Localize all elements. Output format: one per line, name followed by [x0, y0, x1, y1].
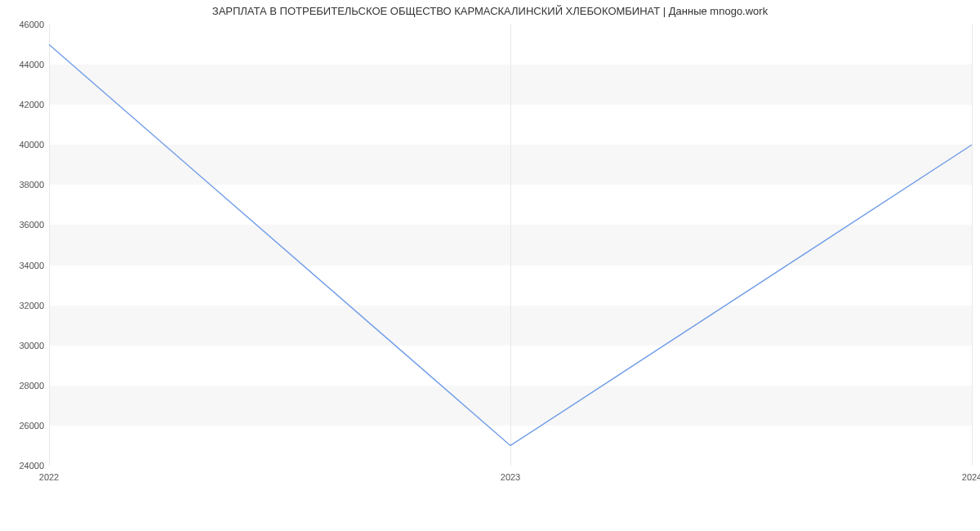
y-tick-label: 42000: [19, 100, 44, 109]
chart-title: ЗАРПЛАТА В ПОТРЕБИТЕЛЬСКОЕ ОБЩЕСТВО КАРМ…: [0, 0, 980, 17]
y-tick-label: 36000: [19, 220, 44, 230]
x-gridline: [972, 25, 973, 466]
x-tick-label: 2024: [962, 472, 980, 482]
x-tick-label: 2022: [39, 472, 59, 482]
series-polyline: [49, 45, 972, 446]
y-tick-label: 32000: [19, 301, 44, 310]
y-tick-label: 40000: [19, 140, 44, 149]
x-tick-label: 2023: [501, 472, 520, 482]
y-tick-label: 38000: [19, 180, 44, 190]
y-tick-label: 34000: [19, 261, 44, 270]
y-tick-label: 26000: [19, 421, 44, 431]
y-tick-label: 24000: [19, 461, 44, 471]
y-tick-label: 28000: [19, 381, 44, 390]
salary-line-chart: ЗАРПЛАТА В ПОТРЕБИТЕЛЬСКОЕ ОБЩЕСТВО КАРМ…: [0, 0, 980, 531]
y-tick-label: 30000: [19, 341, 44, 350]
plot-area: 2400026000280003000032000340003600038000…: [49, 25, 972, 474]
y-tick-label: 46000: [19, 20, 44, 29]
chart-line-series: [49, 25, 972, 466]
y-tick-label: 44000: [19, 60, 44, 69]
